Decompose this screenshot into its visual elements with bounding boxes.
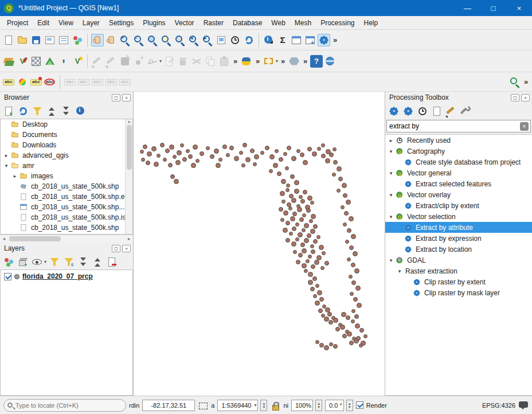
toolbox-icon[interactable]: •: [388, 105, 400, 118]
maximize-button[interactable]: □: [480, 0, 506, 16]
selection-overflow-icon-button[interactable]: »: [279, 55, 287, 68]
help-icon[interactable]: ?: [310, 55, 323, 68]
add-delimited-text-icon-button[interactable]: ,: [57, 55, 70, 68]
chevron-down-icon[interactable]: ▾: [44, 259, 46, 264]
magnifier-combo[interactable]: 100%: [291, 400, 313, 411]
new-shapefile-layer-icon[interactable]: V: [71, 55, 84, 68]
results-viewer-icon[interactable]: [431, 105, 443, 118]
add-selected-layers-icon-button[interactable]: +: [2, 105, 15, 118]
expander-icon[interactable]: ▾: [396, 268, 403, 274]
python-console-icon-button[interactable]: [240, 55, 253, 68]
browser-horizontal-scrollbar[interactable]: ◂ ▸: [0, 235, 133, 243]
menu-item-help[interactable]: Help: [359, 17, 383, 29]
toolbar-overflow-icon[interactable]: »: [331, 34, 339, 46]
render-checkbox[interactable]: [356, 401, 363, 409]
extents-toggle-icon[interactable]: [198, 400, 208, 411]
folder-open-icon[interactable]: [10, 161, 19, 170]
zoom-out-icon-button[interactable]: −: [132, 34, 145, 46]
new-map-view-icon[interactable]: [215, 34, 228, 46]
zoom-to-selection-icon[interactable]: [160, 34, 173, 46]
menu-item-raster[interactable]: Raster: [199, 17, 228, 29]
expander-icon[interactable]: ▾: [388, 192, 394, 198]
scroll-right-icon[interactable]: ▸: [125, 236, 133, 241]
menu-item-settings[interactable]: Settings: [104, 17, 138, 29]
clear-search-icon[interactable]: ×: [520, 122, 529, 131]
tree-item-cb-2018-us-state-500k-shp[interactable]: cb_2018_us_state_500k.shp: [1, 181, 132, 192]
zoom-full-icon-button[interactable]: [146, 34, 159, 46]
float-panel-icon[interactable]: ◻: [511, 94, 519, 101]
menu-item-layer[interactable]: Layer: [78, 17, 104, 29]
float-panel-icon[interactable]: ◻: [112, 94, 120, 101]
scroll-up-icon[interactable]: ▴: [128, 119, 130, 124]
zoom-to-layer-icon-button[interactable]: [174, 34, 186, 46]
attribute-table-icon-button[interactable]: [290, 34, 303, 46]
zoom-in-icon[interactable]: +: [119, 34, 131, 46]
history-icon-button[interactable]: [416, 105, 429, 118]
select-features-icon[interactable]: [263, 55, 275, 68]
table-icon[interactable]: [19, 202, 28, 212]
tree-item-cb-2018-us-state-500k-shp[interactable]: cb_2018_us_state_500k.shp...: [1, 202, 132, 212]
expander-icon[interactable]: ▾: [388, 257, 394, 263]
style-manager-icon-button[interactable]: [71, 34, 84, 46]
alg-icon[interactable]: •: [404, 223, 413, 232]
file-icon[interactable]: [19, 213, 28, 222]
spin-down-icon[interactable]: ▼: [262, 405, 265, 409]
expand-all-layers-icon[interactable]: [77, 256, 89, 268]
data-source-manager-icon[interactable]: [2, 55, 15, 68]
zoom-last-icon-button[interactable]: ◂: [187, 34, 200, 46]
annotation-polygon-icon-button[interactable]: [288, 55, 300, 68]
temporal-controller-icon-button[interactable]: [229, 34, 241, 46]
help-icon-button[interactable]: ?: [310, 55, 323, 68]
open-layer-styling-icon[interactable]: [2, 256, 15, 268]
vector-icon[interactable]: [19, 182, 28, 191]
close-panel-icon[interactable]: ×: [122, 94, 131, 101]
filter-by-expression-icon[interactable]: ε: [62, 256, 75, 268]
expander-icon[interactable]: ▸: [3, 153, 10, 158]
alg-icon[interactable]: •: [404, 158, 413, 167]
remove-layer-icon-button[interactable]: [105, 256, 118, 268]
annotations-overflow-icon[interactable]: »: [302, 55, 309, 68]
processing-search-input[interactable]: [387, 122, 520, 130]
pan-to-selection-icon-button[interactable]: [105, 34, 118, 46]
expander-icon[interactable]: ▾: [3, 163, 10, 169]
zoom-to-layer-icon[interactable]: [174, 34, 186, 46]
tree-item-vector-selection[interactable]: ▾QVector selection: [385, 211, 532, 222]
history-icon[interactable]: [416, 105, 429, 118]
metasearch-icon[interactable]: [508, 76, 521, 88]
map-canvas[interactable]: [134, 92, 385, 396]
folder-icon[interactable]: [10, 151, 19, 160]
qgis-icon[interactable]: Q: [395, 169, 404, 178]
results-viewer-icon-button[interactable]: [431, 105, 443, 118]
python-console-icon[interactable]: [240, 55, 253, 68]
manage-map-themes-icon[interactable]: [31, 256, 44, 268]
browser-vertical-scrollbar[interactable]: ▴: [125, 119, 132, 234]
expander-icon[interactable]: ▸: [388, 138, 394, 143]
zoom-to-selection-icon-button[interactable]: [160, 34, 173, 46]
plugins-overflow-icon-button[interactable]: »: [254, 55, 261, 68]
open-layer-styling-icon-button[interactable]: [2, 256, 15, 268]
messages-icon[interactable]: [518, 400, 529, 411]
folder-icon[interactable]: [10, 140, 19, 150]
processing-toolbox-icon-button[interactable]: •: [318, 34, 330, 46]
tree-item-gdal[interactable]: ▾GGDAL: [385, 255, 532, 265]
tree-item-vector-general[interactable]: ▾QVector general: [385, 167, 532, 178]
tree-item-vector-overlay[interactable]: ▾QVector overlay: [385, 189, 532, 200]
folder-icon[interactable]: [10, 130, 19, 139]
options-icon-button[interactable]: [459, 105, 472, 118]
folder-icon[interactable]: [19, 171, 28, 181]
zoom-out-icon[interactable]: −: [132, 34, 145, 46]
refresh-map-icon-button[interactable]: [242, 34, 255, 46]
expander-icon[interactable]: ▸: [11, 173, 18, 179]
statistical-summary-icon-button[interactable]: Σ: [276, 34, 289, 46]
add-selected-layers-icon[interactable]: +: [2, 105, 15, 118]
alg-icon[interactable]: •: [404, 179, 413, 189]
zoom-next-icon-button[interactable]: ▸: [201, 34, 214, 46]
tree-item-raster-extraction[interactable]: ▾Raster extraction: [385, 265, 532, 276]
properties-widget-icon[interactable]: i: [74, 105, 87, 118]
layer-item-florida-2020-07-prcp[interactable]: florida_2020_07_prcp: [1, 270, 132, 283]
field-calculator-icon-button[interactable]: +: [304, 34, 316, 46]
temporal-controller-icon[interactable]: [229, 34, 241, 46]
filter-legend-icon-button[interactable]: [48, 256, 61, 268]
menu-item-edit[interactable]: Edit: [33, 17, 54, 29]
labels-overflow-icon-button[interactable]: »: [522, 76, 530, 88]
